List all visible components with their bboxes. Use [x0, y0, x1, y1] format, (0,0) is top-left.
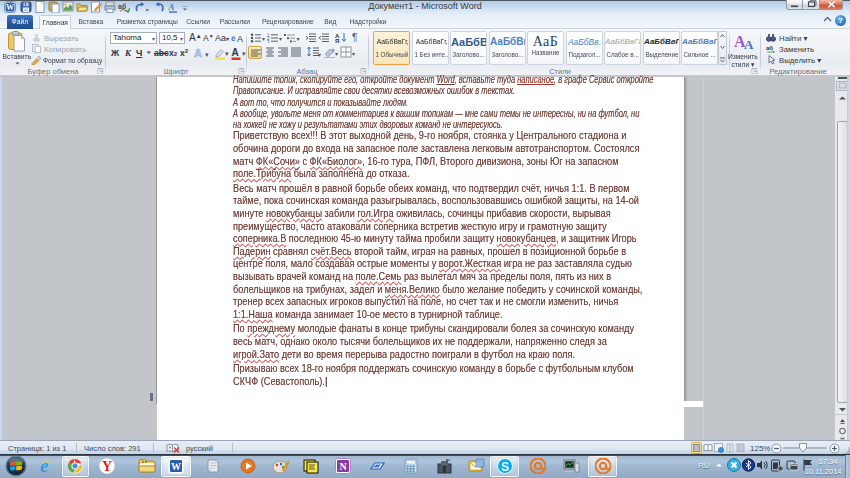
- svg-text:▾: ▾: [242, 50, 246, 57]
- svg-text:W: W: [171, 461, 181, 472]
- svg-text:А: А: [744, 37, 754, 51]
- svg-text:N: N: [339, 461, 347, 472]
- svg-text:▾: ▾: [279, 36, 282, 42]
- svg-text:▾: ▾: [225, 50, 229, 57]
- svg-text:A: A: [168, 2, 175, 12]
- svg-text:▾: ▾: [262, 36, 265, 42]
- svg-text:▾: ▾: [318, 52, 321, 58]
- svg-text:▾: ▾: [205, 51, 209, 58]
- svg-text:e: e: [40, 457, 49, 475]
- svg-text:¶: ¶: [352, 32, 357, 43]
- svg-text:Я: Я: [335, 38, 339, 43]
- svg-text:▾: ▾: [352, 51, 355, 57]
- svg-text:А: А: [237, 34, 243, 44]
- svg-text:W: W: [6, 3, 14, 12]
- svg-text:▾: ▾: [335, 51, 338, 57]
- svg-text:Y: Y: [102, 459, 112, 474]
- svg-text:S: S: [501, 460, 509, 474]
- svg-text:аб: аб: [766, 45, 773, 51]
- svg-text:3: 3: [267, 40, 270, 44]
- svg-text:А: А: [232, 47, 239, 58]
- svg-text:ё: ё: [231, 34, 236, 43]
- svg-text:А: А: [194, 47, 202, 59]
- svg-text:▾: ▾: [297, 36, 300, 42]
